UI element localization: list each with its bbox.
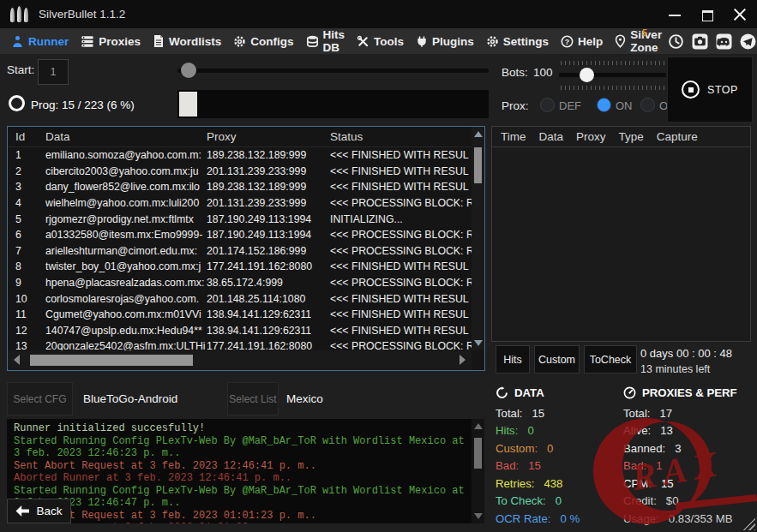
table-row[interactable]: 10 corlosmolaresrojas@yahoo.com. 201.148…: [8, 290, 472, 307]
results-table-header: Id Data Proxy Status: [8, 127, 484, 147]
minimize-icon[interactable]: [668, 8, 682, 21]
progress-ring-icon: [9, 95, 25, 111]
scroll-down-icon[interactable]: [474, 513, 483, 519]
prox-radio-def[interactable]: [540, 98, 555, 112]
cell-status: <<< FINISHED WITH RESUL: [330, 181, 472, 193]
custom-tab-button[interactable]: Custom: [534, 345, 580, 374]
prox-radio-on[interactable]: [597, 98, 611, 112]
table-row[interactable]: 6 a01332580@itesm.mx:Emo9999- 187.190.24…: [8, 227, 472, 243]
cell-data: twister_boy_01@yahoo.com.mx:j: [45, 260, 207, 272]
tab-configs[interactable]: Configs: [227, 28, 299, 54]
tocheck-tab-button[interactable]: ToCheck: [584, 345, 637, 374]
column-header-time[interactable]: Time: [501, 130, 526, 143]
select-cfg-button[interactable]: Select CFG: [7, 382, 73, 415]
prox-radio-def-label[interactable]: DEF: [559, 99, 581, 112]
stat-row: Usage: 0.83/353 MB: [623, 510, 754, 528]
tab-proxies[interactable]: Proxies: [75, 28, 147, 54]
table-row[interactable]: 4 wielhelm@yahoo.com.mx:luli200 201.131.…: [8, 195, 472, 212]
tab-settings[interactable]: Settings: [480, 28, 555, 54]
hits-tab-button[interactable]: Hits: [496, 345, 530, 374]
tab-hits-db[interactable]: Hits DB: [300, 28, 351, 54]
cell-data: 20gonzalez5402@asfm.mx:ULTHi: [45, 340, 207, 350]
cell-data: rjgomezr@prodigy.net.mx:ftlmtx: [45, 213, 207, 225]
column-header-status[interactable]: Status: [330, 130, 484, 143]
tab-help[interactable]: ? Help: [555, 28, 609, 54]
scroll-left-icon[interactable]: [14, 355, 20, 365]
table-row[interactable]: 3 dany_flower852@live.com.mx:ilo 189.238…: [8, 179, 472, 195]
bots-slider[interactable]: [559, 61, 666, 90]
database-icon: [306, 35, 319, 48]
stat-row: Banned: 3: [623, 439, 754, 457]
table-row[interactable]: 9 hpena@placasrealzadas.com.mx: 38.65.17…: [8, 275, 472, 291]
cell-data: Cgumet@yahoo.com.mx:m01VVi: [45, 308, 207, 320]
scrollbar-thumb[interactable]: [474, 147, 482, 183]
cell-data: a01332580@itesm.mx:Emo9999-: [45, 229, 207, 241]
tab-runner[interactable]: Runner: [5, 28, 75, 54]
tools-icon: [357, 35, 369, 48]
bots-value: 100: [533, 66, 553, 79]
start-slider[interactable]: [177, 69, 489, 73]
column-header-capture[interactable]: Capture: [657, 130, 698, 143]
title-bar: SilverBullet 1.1.2: [0, 0, 757, 28]
help-circle-icon: ?: [561, 35, 574, 48]
notification-badge: 5: [642, 27, 647, 38]
table-row[interactable]: 8 twister_boy_01@yahoo.com.mx:j 177.241.…: [8, 259, 472, 275]
cell-status: <<< PROCESSING BLOCK: R: [330, 277, 472, 289]
scrollbar-thumb[interactable]: [30, 355, 193, 366]
back-button[interactable]: Back: [7, 499, 71, 523]
svg-text:?: ?: [565, 37, 569, 45]
slider-ticks: [561, 86, 664, 90]
table-row[interactable]: 5 rjgomezr@prodigy.net.mx:ftlmtx 187.190…: [8, 211, 472, 227]
table-row[interactable]: 13 20gonzalez5402@asfm.mx:ULTHi 177.241.…: [8, 338, 472, 350]
stat-row: To Check: 0: [496, 493, 620, 511]
column-header-id[interactable]: Id: [8, 130, 45, 143]
stat-row: Bad: 1: [623, 457, 754, 475]
tab-plugins[interactable]: Plugins: [410, 28, 480, 54]
cell-status: <<< FINISHED WITH RESUL: [330, 308, 472, 320]
table-row[interactable]: 12 140747@upslp.edu.mx:Hedu94** 138.94.1…: [8, 323, 472, 339]
tab-silver-zone[interactable]: Silver Zone 5: [609, 28, 668, 54]
column-header-proxy[interactable]: Proxy: [576, 130, 606, 143]
history-icon[interactable]: [668, 33, 684, 50]
telegram-icon[interactable]: [740, 33, 756, 50]
tab-wordlists[interactable]: Wordlists: [147, 28, 227, 54]
close-icon[interactable]: [733, 8, 747, 21]
prox-radio-off[interactable]: [640, 98, 655, 112]
vertical-scrollbar[interactable]: [472, 127, 484, 350]
cell-status: <<< FINISHED WITH RESUL: [330, 260, 472, 272]
select-list-button[interactable]: Select List: [227, 382, 279, 415]
cell-id: 12: [8, 325, 45, 337]
selected-config-name: BlueToGo-Android: [83, 392, 177, 405]
column-header-data[interactable]: Data: [539, 130, 564, 143]
column-header-proxy[interactable]: Proxy: [207, 130, 330, 143]
cell-proxy: 187.190.249.113:1994: [207, 229, 330, 241]
start-input[interactable]: [38, 59, 69, 85]
gear-icon: [233, 35, 246, 48]
elapsed-time: 0 days 00 : 00 : 48: [640, 347, 732, 360]
table-row[interactable]: 2 cibercito2003@yahoo.com.mx:ju 201.131.…: [8, 164, 472, 180]
discord-icon[interactable]: [716, 33, 732, 50]
log-line: Sent Abort Request at 3 feb. 2023 01:01:…: [14, 510, 467, 523]
table-row[interactable]: 1 emiliano.somoza@yahoo.com.m: 189.238.1…: [8, 147, 472, 164]
scroll-up-icon[interactable]: [474, 423, 483, 429]
column-header-data[interactable]: Data: [45, 130, 207, 143]
table-row[interactable]: 11 Cgumet@yahoo.com.mx:m01VVi 138.94.141…: [8, 307, 472, 323]
scrollbar-thumb[interactable]: [474, 438, 482, 469]
camera-icon[interactable]: [692, 33, 708, 50]
cell-data: 140747@upslp.edu.mx:Hedu94**: [45, 325, 207, 337]
scroll-down-icon[interactable]: [474, 340, 483, 346]
prox-radio-on-label[interactable]: ON: [616, 99, 633, 112]
log-scrollbar[interactable]: [472, 419, 484, 523]
stop-button[interactable]: STOP: [667, 57, 753, 123]
scroll-right-icon[interactable]: [460, 355, 466, 365]
scroll-up-icon[interactable]: [474, 131, 483, 137]
start-slider-thumb[interactable]: [181, 63, 196, 78]
bots-slider-thumb[interactable]: [580, 68, 594, 82]
cell-proxy: 201.148.25.114:1080: [207, 293, 330, 305]
maximize-icon[interactable]: [700, 8, 714, 21]
tab-tools[interactable]: Tools: [351, 28, 410, 54]
table-row[interactable]: 7 arielleshturman@cimort.edu.mx: 201.174…: [8, 243, 472, 260]
horizontal-scrollbar[interactable]: [8, 350, 472, 370]
column-header-type[interactable]: Type: [619, 130, 644, 143]
proxies-stats-panel: PROXIES & PERF Total: 17 Alive: 13 Banne…: [623, 385, 754, 528]
